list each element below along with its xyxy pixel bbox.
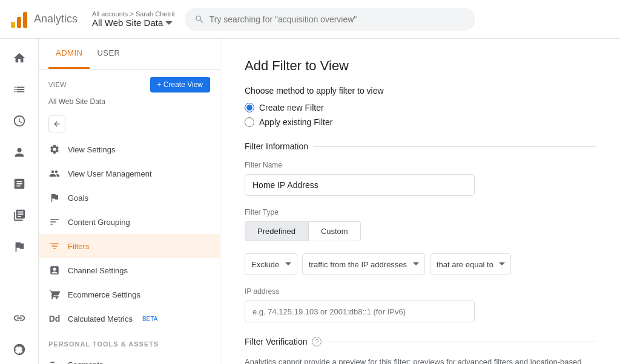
app-title: Analytics [34, 13, 78, 25]
filter-type-custom-btn[interactable]: Custom [308, 221, 361, 241]
help-icon[interactable]: ? [312, 337, 322, 346]
icon-sidebar [0, 39, 39, 364]
nav-link-btn[interactable] [5, 304, 34, 333]
filter-name-input[interactable] [245, 174, 475, 196]
admin-sidebar: ADMIN USER View + Create View All Web Si… [39, 39, 220, 364]
nav-reports-btn[interactable] [5, 75, 34, 104]
sidebar-item-channel-settings-label: Channel Settings [68, 266, 128, 275]
radio-apply-existing-label: Apply existing Filter [259, 117, 332, 127]
filter-verification-title: Filter Verification ? [245, 337, 596, 346]
nav-behavior-btn[interactable] [5, 201, 34, 230]
sidebar-item-segments-label: Segments [68, 360, 104, 365]
sidebar-item-content-grouping-label: Content Grouping [68, 218, 130, 227]
filter-icon [48, 240, 61, 252]
traffic-dropdown[interactable]: traffic from the IP addresses [302, 253, 425, 275]
account-info: All accounts > Sarah Chetrit All Web Sit… [92, 10, 175, 28]
dropdown-arrow-icon [165, 21, 173, 25]
radio-create-new-input[interactable] [245, 103, 254, 112]
sidebar-item-calculated-metrics[interactable]: Dd Calculated Metrics BETA [39, 307, 220, 331]
nav-settings-btn[interactable] [5, 335, 34, 364]
page-title: Add Filter to View [245, 58, 596, 74]
radio-create-new[interactable]: Create new Filter [245, 103, 596, 112]
search-icon [194, 14, 205, 25]
content-grouping-icon [48, 216, 61, 228]
ip-address-group: IP address [245, 287, 596, 322]
filter-method-section: Choose method to apply filter to view Cr… [245, 86, 596, 127]
sidebar-item-user-management[interactable]: View User Management [39, 161, 220, 186]
nav-audience-btn[interactable] [5, 138, 34, 167]
logo: Analytics [10, 10, 78, 29]
account-name[interactable]: All Web Site Data [92, 18, 175, 28]
top-nav: Analytics All accounts > Sarah Chetrit A… [0, 0, 620, 39]
beta-badge: BETA [142, 316, 157, 322]
filter-type-predefined-btn[interactable]: Predefined [245, 221, 308, 241]
sidebar-item-segments[interactable]: Segments [39, 353, 220, 364]
search-input[interactable] [209, 15, 466, 24]
filter-type-group: Filter Type Predefined Custom [245, 208, 596, 241]
radio-group: Create new Filter Apply existing Filter [245, 103, 596, 127]
svg-rect-0 [11, 22, 15, 28]
ip-address-input[interactable] [245, 301, 475, 322]
dropdown-row: Exclude traffic from the IP addresses th… [245, 253, 596, 275]
filter-name-group: Filter Name [245, 161, 596, 196]
filter-name-label: Filter Name [245, 161, 596, 169]
sidebar-item-ecommerce-label: Ecommerce Settings [68, 290, 140, 299]
sidebar-item-filters-label: Filters [68, 242, 89, 251]
filter-type-label: Filter Type [245, 208, 596, 216]
segments-icon [48, 359, 61, 364]
ip-address-label: IP address [245, 287, 596, 296]
tab-bar: ADMIN USER [39, 39, 220, 70]
radio-apply-existing[interactable]: Apply existing Filter [245, 117, 596, 127]
filter-type-buttons: Predefined Custom [245, 221, 596, 241]
sidebar-item-filters[interactable]: Filters [39, 234, 220, 258]
equal-dropdown[interactable]: that are equal to [430, 253, 511, 275]
nav-acquisition-btn[interactable] [5, 169, 34, 198]
content-area: Add Filter to View Choose method to appl… [220, 39, 620, 364]
channel-icon [48, 264, 61, 276]
view-header: View + Create View [39, 70, 220, 95]
view-label: View [48, 81, 67, 88]
nav-conversions-btn[interactable] [5, 232, 34, 261]
calc-icon: Dd [48, 313, 61, 325]
sidebar-item-calc-metrics-label: Calculated Metrics [68, 314, 133, 323]
nav-home-btn[interactable] [5, 44, 34, 73]
exclude-dropdown[interactable]: Exclude [245, 253, 297, 275]
tab-user[interactable]: USER [90, 39, 127, 69]
sidebar-item-view-settings[interactable]: View Settings [39, 137, 220, 161]
sidebar-item-ecommerce[interactable]: Ecommerce Settings [39, 282, 220, 307]
back-button[interactable] [48, 115, 65, 132]
account-breadcrumb: All accounts > Sarah Chetrit [92, 10, 175, 18]
sidebar-item-goals-label: Goals [68, 193, 88, 203]
settings-icon [48, 143, 61, 155]
personal-tools-section-label: PERSONAL TOOLS & ASSETS [39, 331, 220, 353]
svg-rect-2 [23, 12, 27, 28]
create-view-button[interactable]: + Create View [150, 77, 211, 93]
method-label: Choose method to apply filter to view [245, 86, 596, 96]
main-layout: ADMIN USER View + Create View All Web Si… [0, 39, 620, 364]
svg-rect-1 [17, 17, 21, 28]
sidebar-item-user-management-label: View User Management [68, 169, 152, 178]
verification-text: Analytics cannot provide a preview for t… [245, 356, 596, 364]
tab-admin[interactable]: ADMIN [48, 39, 90, 69]
sidebar-item-content-grouping[interactable]: Content Grouping [39, 210, 220, 234]
logo-icon [10, 10, 29, 29]
search-bar[interactable] [185, 8, 475, 31]
radio-apply-existing-input[interactable] [245, 117, 254, 127]
filter-info-section: Filter Information Filter Name Filter Ty… [245, 141, 596, 322]
radio-create-new-label: Create new Filter [259, 103, 324, 112]
sidebar-item-view-settings-label: View Settings [68, 145, 116, 154]
ecommerce-icon [48, 288, 61, 301]
sidebar-item-channel-settings[interactable]: Channel Settings [39, 258, 220, 282]
filter-verification-section: Filter Verification ? Analytics cannot p… [245, 337, 596, 364]
filter-info-title: Filter Information [245, 141, 596, 151]
sidebar-item-goals[interactable]: Goals [39, 186, 220, 210]
nav-realtime-btn[interactable] [5, 106, 34, 135]
flag-icon [48, 192, 61, 204]
view-name: All Web Site Data [39, 95, 220, 111]
users-icon [48, 167, 61, 180]
